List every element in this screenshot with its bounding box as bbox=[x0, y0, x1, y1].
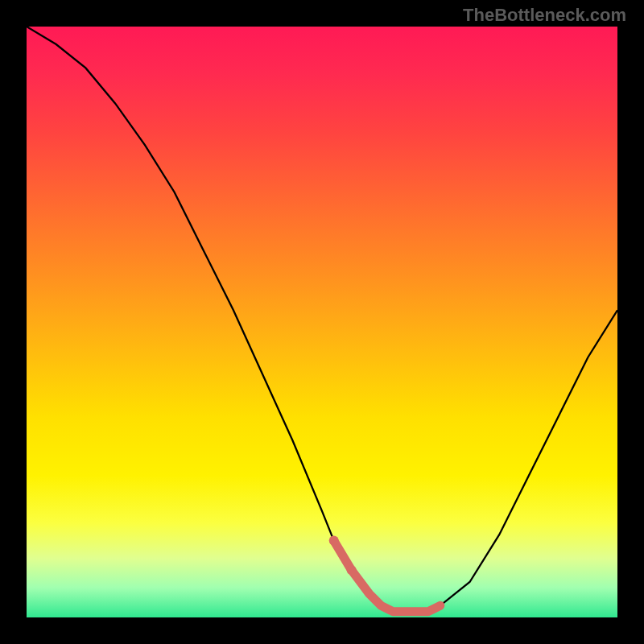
highlight-segment-path bbox=[334, 541, 440, 612]
chart-svg bbox=[27, 27, 617, 617]
chart-plot-area bbox=[27, 27, 617, 617]
highlight-dot bbox=[347, 565, 357, 575]
watermark-text: TheBottleneck.com bbox=[463, 5, 626, 26]
highlight-dot bbox=[329, 536, 339, 546]
bottleneck-curve-path bbox=[27, 27, 617, 612]
